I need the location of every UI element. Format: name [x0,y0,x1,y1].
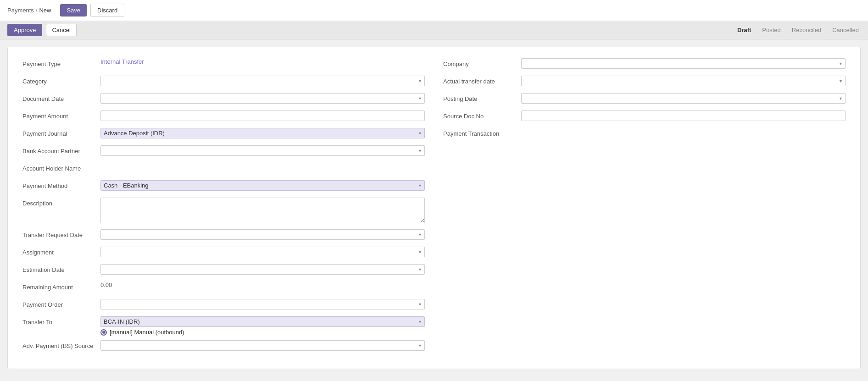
payment-order-row: Payment Order [22,299,425,312]
payment-amount-row: Payment Amount 548,000.00 [22,110,425,123]
manual-radio-icon[interactable] [100,329,107,336]
form-grid: Payment Type Internal Transfer Category [22,58,846,358]
action-bar: Approve Cancel Draft Posted Reconciled C… [0,21,868,39]
company-row: Company [443,58,846,71]
actual-transfer-date-row: Actual transfer date [443,76,846,88]
status-draft: Draft [735,26,753,34]
estimation-date-select[interactable] [100,264,425,275]
transfer-request-date-select[interactable] [100,229,425,240]
payment-order-select[interactable] [100,299,425,309]
estimation-date-row: Estimation Date [22,264,425,277]
account-holder-name-label: Account Holder Name [22,163,100,173]
remaining-amount-value: 0.00 [100,280,112,288]
payment-method-select[interactable]: Cash - EBanking [100,180,425,191]
breadcrumb-parent: Payments [7,7,34,14]
payment-type-value: Internal Transfer [100,56,144,65]
category-row: Category [22,76,425,88]
payment-method-label: Payment Method [22,180,100,190]
payment-type-label: Payment Type [22,58,100,68]
category-select[interactable] [100,76,425,86]
breadcrumb-current: New [39,7,51,14]
description-row: Description [22,198,425,225]
company-label: Company [443,58,521,68]
right-column: Company Actual transfer date [443,58,846,358]
save-button[interactable]: Save [60,4,87,17]
assignment-row: Assignment [22,247,425,260]
payment-method-wrapper: Cash - EBanking [100,180,425,191]
posting-date-wrapper: 07/06/2023 [521,93,846,104]
bank-account-partner-label: Bank Account Partner [22,145,100,155]
transfer-request-date-row: Transfer Request Date [22,229,425,242]
bank-account-partner-select[interactable] [100,145,425,156]
payment-transaction-label: Payment Transaction [443,128,521,138]
posting-date-label: Posting Date [443,93,521,103]
assignment-select[interactable] [100,247,425,257]
payment-journal-row: Payment Journal Advance Deposit (IDR) [22,128,425,141]
manual-label: [manual] Manual (outbound) [110,329,184,336]
estimation-date-label: Estimation Date [22,264,100,274]
assignment-label: Assignment [22,247,100,257]
company-select[interactable] [521,58,846,69]
breadcrumb-separator: / [36,7,38,14]
category-select-wrapper [100,76,425,86]
transfer-to-select[interactable]: BCA-IN (IDR) [100,316,425,327]
assignment-wrapper [100,247,425,257]
adv-payment-bs-source-select[interactable] [100,340,425,351]
adv-payment-bs-source-label: Adv. Payment (BS) Source [22,340,100,350]
breadcrumb: Payments / New [7,7,51,14]
remaining-amount-label: Remaining Amount [22,282,100,292]
payment-amount-input[interactable]: 548,000.00 [100,110,425,121]
source-doc-no-row: Source Doc No [443,110,846,123]
remaining-amount-row: Remaining Amount 0.00 [22,282,425,294]
approve-button[interactable]: Approve [7,24,42,36]
status-posted: Posted [760,26,782,34]
adv-payment-bs-source-wrapper [100,340,425,351]
manual-radio-row: [manual] Manual (outbound) [100,329,425,336]
source-doc-no-label: Source Doc No [443,110,521,121]
status-cancelled: Cancelled [830,26,861,34]
cancel-action-button[interactable]: Cancel [46,24,76,36]
transfer-to-wrapper: BCA-IN (IDR) [100,316,425,327]
payment-journal-wrapper: Advance Deposit (IDR) [100,128,425,138]
actual-transfer-date-wrapper [521,76,846,86]
payment-amount-label: Payment Amount [22,110,100,121]
status-reconciled: Reconciled [790,26,823,34]
bank-account-partner-row: Bank Account Partner [22,145,425,158]
payment-journal-select[interactable]: Advance Deposit (IDR) [100,128,425,138]
actual-transfer-date-label: Actual transfer date [443,76,521,86]
transfer-to-row: Transfer To BCA-IN (IDR) [manual] Manual… [22,316,425,336]
transfer-request-date-wrapper [100,229,425,240]
left-column: Payment Type Internal Transfer Category [22,58,425,358]
payment-journal-label: Payment Journal [22,128,100,138]
estimation-date-wrapper [100,264,425,275]
top-bar: Payments / New Save Discard [0,0,868,21]
actual-transfer-date-select[interactable] [521,76,846,86]
form-content: Payment Type Internal Transfer Category [7,47,861,369]
discard-button[interactable]: Discard [90,4,124,17]
status-bar: Draft Posted Reconciled Cancelled [735,26,861,34]
document-date-row: Document Date 07/06/2023 [22,93,425,106]
payment-order-label: Payment Order [22,299,100,309]
description-textarea[interactable] [100,198,425,223]
document-date-wrapper: 07/06/2023 [100,93,425,104]
source-doc-no-input[interactable] [521,110,846,121]
transfer-request-date-label: Transfer Request Date [22,229,100,239]
adv-payment-bs-source-row: Adv. Payment (BS) Source [22,340,425,353]
description-label: Description [22,198,100,208]
payment-method-row: Payment Method Cash - EBanking [22,180,425,193]
posting-date-row: Posting Date 07/06/2023 [443,93,846,106]
payment-order-wrapper [100,299,425,309]
account-holder-name-row: Account Holder Name [22,163,425,176]
transfer-to-label: Transfer To [22,316,100,326]
category-label: Category [22,76,100,86]
payment-type-row: Payment Type Internal Transfer [22,58,425,71]
payment-transaction-row: Payment Transaction [443,128,846,141]
company-wrapper [521,58,846,69]
bank-account-partner-wrapper [100,145,425,156]
posting-date-input[interactable]: 07/06/2023 [521,93,846,104]
document-date-input[interactable]: 07/06/2023 [100,93,425,104]
document-date-label: Document Date [22,93,100,103]
